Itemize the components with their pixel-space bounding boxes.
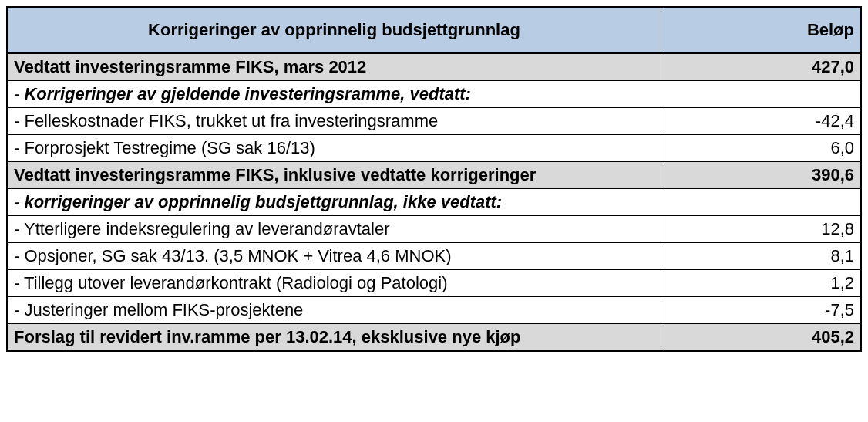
budget-table: Korrigeringer av opprinnelig budsjettgru… xyxy=(6,6,862,352)
row-label: - Opsjoner, SG sak 43/13. (3,5 MNOK + Vi… xyxy=(7,243,661,270)
table-row: - Justeringer mellom FIKS-prosjektene-7,… xyxy=(7,297,861,324)
table-row: - Ytterligere indeksregulering av levera… xyxy=(7,216,861,243)
row-label: - korrigeringer av opprinnelig budsjettg… xyxy=(7,189,861,216)
row-label: - Felleskostnader FIKS, trukket ut fra i… xyxy=(7,108,661,135)
row-label: - Forprosjekt Testregime (SG sak 16/13) xyxy=(7,135,661,162)
row-label: - Tillegg utover leverandørkontrakt (Rad… xyxy=(7,270,661,297)
table-row: - Korrigeringer av gjeldende investering… xyxy=(7,81,861,108)
row-value: 427,0 xyxy=(661,53,861,81)
row-label: Vedtatt investeringsramme FIKS, inklusiv… xyxy=(7,162,661,189)
row-value: 12,8 xyxy=(661,216,861,243)
table-row: Vedtatt investeringsramme FIKS, mars 201… xyxy=(7,53,861,81)
row-value: 8,1 xyxy=(661,243,861,270)
header-corrections: Korrigeringer av opprinnelig budsjettgru… xyxy=(7,7,661,53)
row-label: - Ytterligere indeksregulering av levera… xyxy=(7,216,661,243)
row-label: - Korrigeringer av gjeldende investering… xyxy=(7,81,861,108)
row-value: -7,5 xyxy=(661,297,861,324)
table-row: Vedtatt investeringsramme FIKS, inklusiv… xyxy=(7,162,861,189)
table-body: Vedtatt investeringsramme FIKS, mars 201… xyxy=(7,53,861,351)
table-row: - Opsjoner, SG sak 43/13. (3,5 MNOK + Vi… xyxy=(7,243,861,270)
row-label: Forslag til revidert inv.ramme per 13.02… xyxy=(7,324,661,352)
table-row: - Forprosjekt Testregime (SG sak 16/13)6… xyxy=(7,135,861,162)
row-value: 6,0 xyxy=(661,135,861,162)
row-value: 405,2 xyxy=(661,324,861,352)
row-label: Vedtatt investeringsramme FIKS, mars 201… xyxy=(7,53,661,81)
row-value: 390,6 xyxy=(661,162,861,189)
table-row: - Felleskostnader FIKS, trukket ut fra i… xyxy=(7,108,861,135)
row-value: -42,4 xyxy=(661,108,861,135)
row-value: 1,2 xyxy=(661,270,861,297)
table-header-row: Korrigeringer av opprinnelig budsjettgru… xyxy=(7,7,861,53)
row-label: - Justeringer mellom FIKS-prosjektene xyxy=(7,297,661,324)
table-row: - Tillegg utover leverandørkontrakt (Rad… xyxy=(7,270,861,297)
header-amount: Beløp xyxy=(661,7,861,53)
table-row: - korrigeringer av opprinnelig budsjettg… xyxy=(7,189,861,216)
table-row: Forslag til revidert inv.ramme per 13.02… xyxy=(7,324,861,352)
